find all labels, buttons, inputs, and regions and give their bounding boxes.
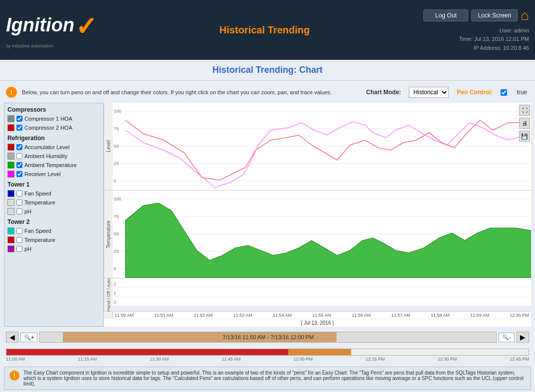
tick-5: 12:00 PM xyxy=(294,357,313,362)
legend-check-t1temp[interactable] xyxy=(16,199,22,205)
legend-check-ambtemp[interactable] xyxy=(16,162,22,168)
legend-check-t2fan[interactable] xyxy=(16,228,22,234)
x-axis-row: 11:50 AM 11:51 AM 11:52 AM 11:53 AM 11:5… xyxy=(104,311,531,319)
info-text: Below, you can turn pens on and off and … xyxy=(22,89,359,95)
lockscreen-button[interactable]: Lock Screen xyxy=(471,9,518,21)
svg-text:100: 100 xyxy=(114,109,121,114)
page-title: Historical Trending: Chart xyxy=(5,65,530,75)
chart-panel: ⛶ 🖨 💾 Level 100 7 xyxy=(104,103,531,327)
list-item: Compressor 1 HOA xyxy=(7,115,100,123)
legend-group-tower2: Tower 2 xyxy=(7,218,100,225)
hoa-chart-row: Hand / Off / Auto 2 1 0 xyxy=(104,278,531,311)
legend-color-accum xyxy=(7,144,14,151)
legend-check-accum[interactable] xyxy=(16,144,22,150)
list-item: Ambient Humidity xyxy=(7,152,100,160)
list-item: Accumulator Level xyxy=(7,143,100,151)
y-axis-level-label: Level xyxy=(104,103,113,190)
temp-chart-area[interactable]: 100 75 50 25 0 xyxy=(113,191,531,278)
legend-label-ambtemp: Ambient Temperature xyxy=(24,162,77,168)
svg-text:75: 75 xyxy=(114,126,119,131)
legend-check-receiver[interactable] xyxy=(16,171,22,177)
x-label-8: 11:57 AM xyxy=(391,313,410,318)
svg-text:0: 0 xyxy=(114,300,116,305)
hoa-chart-area[interactable]: 2 1 0 xyxy=(113,278,531,311)
x-label-5: 11:54 AM xyxy=(273,313,292,318)
legend-color-comp1 xyxy=(7,115,14,122)
legend-color-t2fan xyxy=(7,227,14,234)
list-item: Temperature xyxy=(7,236,100,244)
legend-label-t2temp: Temperature xyxy=(24,237,55,243)
legend-label-receiver: Receiver Level xyxy=(24,171,61,177)
legend-group-tower1: Tower 1 xyxy=(7,181,100,188)
svg-text:0: 0 xyxy=(114,266,116,271)
x-label-9: 11:58 AM xyxy=(431,313,450,318)
overview-track xyxy=(6,349,529,356)
svg-text:50: 50 xyxy=(114,144,119,149)
svg-text:25: 25 xyxy=(114,161,119,166)
tick-2: 11:15 AM xyxy=(78,357,97,362)
bottom-info: ! The Easy Chart component in Ignition i… xyxy=(4,367,531,390)
x-label-4: 11:53 AM xyxy=(233,313,252,318)
chart-mode-select[interactable]: Historical Realtime xyxy=(409,87,449,98)
legend-label-t2fan: Fan Speed xyxy=(24,228,51,234)
header-center: Historical Trending xyxy=(219,24,310,36)
legend-color-t2ph xyxy=(7,245,14,252)
legend-color-t1fan xyxy=(7,190,14,197)
x-label-3: 11:52 AM xyxy=(193,313,212,318)
pen-control-checkbox[interactable] xyxy=(501,89,507,96)
zoom-out-button[interactable]: 🔍- xyxy=(499,333,515,342)
level-chart-area[interactable]: 100 75 50 25 0 xyxy=(113,103,531,190)
overview-ticks: 11:00 AM 11:15 AM 11:30 AM 11:45 AM 12:0… xyxy=(6,356,529,363)
pen-control-value: true xyxy=(517,89,527,96)
logo-area: Ignition ✓ by inductive automation xyxy=(6,7,106,52)
logo-checkmark: ✓ xyxy=(75,16,97,37)
legend-label-t1temp: Temperature xyxy=(24,199,55,205)
home-icon[interactable]: ⌂ xyxy=(521,7,529,23)
legend-check-comp2[interactable] xyxy=(16,125,22,131)
info-bar: ! Below, you can turn pens on and off an… xyxy=(4,85,531,100)
svg-text:0: 0 xyxy=(114,179,116,184)
x-label-10: 11:59 AM xyxy=(470,313,489,318)
list-item: Ambient Temperature xyxy=(7,161,100,169)
legend-check-t2ph[interactable] xyxy=(16,246,22,252)
legend-check-comp1[interactable] xyxy=(16,116,22,122)
logout-button[interactable]: Log Out xyxy=(423,9,468,21)
legend-check-t2temp[interactable] xyxy=(16,237,22,243)
timeline-right-arrow[interactable]: ▶ xyxy=(517,332,529,343)
legend-color-receiver xyxy=(7,171,14,178)
svg-text:100: 100 xyxy=(114,196,121,201)
tick-8: 12:45 PM xyxy=(510,357,529,362)
ip-info: IP Address: 10.20.8.46 xyxy=(459,44,529,53)
chart-mode-label: Chart Mode: xyxy=(366,89,401,96)
x-axis-labels: 11:50 AM 11:51 AM 11:52 AM 11:53 AM 11:5… xyxy=(113,312,531,319)
legend-panel: Compressors Compressor 1 HOA Compressor … xyxy=(4,103,104,327)
save-icon[interactable]: 💾 xyxy=(519,131,530,142)
temp-chart-row: Temperature 100 75 50 25 0 xyxy=(104,190,531,278)
legend-check-humidity[interactable] xyxy=(16,153,22,159)
legend-label-accum: Accumulator Level xyxy=(24,144,70,150)
legend-check-t1ph[interactable] xyxy=(16,208,22,214)
header-buttons: Log Out Lock Screen ⌂ xyxy=(423,7,529,23)
zoom-in-button[interactable]: 🔍+ xyxy=(20,333,37,342)
timeline-nav: ◀ 🔍+ 7/13/16 11:50 AM - 7/13/16 12:00 PM… xyxy=(4,330,531,345)
list-item: Temperature xyxy=(7,198,100,206)
svg-marker-20 xyxy=(126,203,531,278)
list-item: Fan Speed xyxy=(7,227,100,235)
hoa-chart-svg: 2 1 0 xyxy=(113,278,531,306)
timeline-left-arrow[interactable]: ◀ xyxy=(6,332,18,343)
logo-text: Ignition xyxy=(6,14,74,36)
level-chart-row: Level 100 75 50 25 0 xyxy=(104,103,531,190)
print-icon[interactable]: 🖨 xyxy=(519,118,530,129)
x-label-2: 11:51 AM xyxy=(154,313,173,318)
expand-icon[interactable]: ⛶ xyxy=(519,105,530,116)
legend-group-refrigeration: Refrigeration xyxy=(7,135,100,142)
tick-6: 12:15 PM xyxy=(365,357,385,362)
overview-bar: 11:00 AM 11:15 AM 11:30 AM 11:45 AM 12:0… xyxy=(4,348,531,364)
svg-text:1: 1 xyxy=(114,291,116,296)
svg-text:25: 25 xyxy=(114,249,119,254)
tick-1: 11:00 AM xyxy=(6,357,25,362)
x-label-1: 11:50 AM xyxy=(115,313,134,318)
legend-check-t1fan[interactable] xyxy=(16,191,22,196)
y-axis-hoa-label: Hand / Off / Auto xyxy=(104,278,113,311)
timeline-bar[interactable]: 7/13/16 11:50 AM - 7/13/16 12:00 PM xyxy=(39,332,497,343)
